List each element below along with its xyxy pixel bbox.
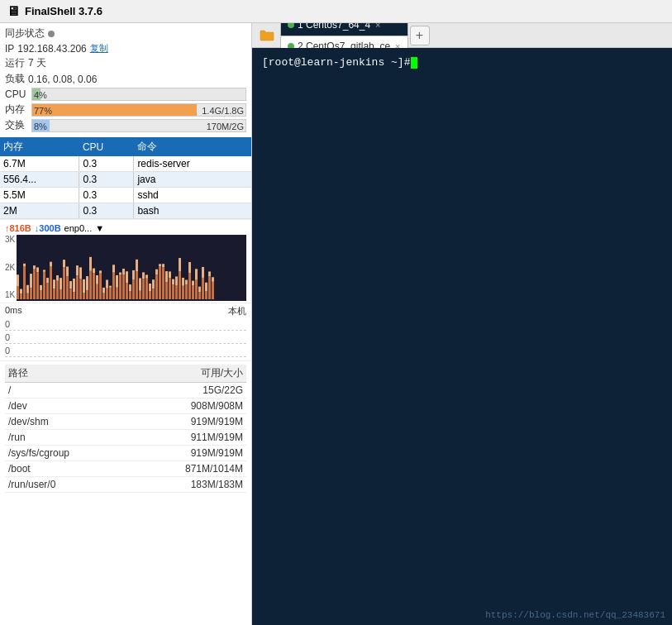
process-table-header: 内存 CPU 命令 [0,137,251,156]
proc-cpu: 0.3 [79,172,134,188]
proc-cmd: sshd [134,188,251,203]
disk-table-header: 路径 可用/大小 [5,365,246,383]
svg-rect-4 [23,266,26,299]
network-header: ↑816B ↓300B enp0... ▼ [5,223,246,233]
disk-path: /run [5,430,129,446]
svg-rect-119 [212,277,214,282]
svg-rect-37 [76,265,79,275]
disk-avail: 919M/919M [129,414,246,430]
proc-cmd: redis-server [134,156,251,172]
system-info-section: 同步状态 IP 192.168.43.206 复制 运行 7 天 负载 0.16… [0,23,251,137]
svg-rect-49 [96,275,98,284]
svg-rect-80 [149,291,151,299]
tab-close-button[interactable]: × [375,23,380,30]
net-download: ↓300B [35,223,61,233]
svg-rect-70 [132,279,135,299]
svg-rect-69 [129,284,131,291]
svg-rect-10 [33,270,36,299]
cpu-metric: CPU 4% [5,88,246,101]
svg-rect-1 [17,274,19,286]
dropdown-icon[interactable]: ▼ [95,223,104,233]
svg-rect-29 [63,260,65,267]
svg-rect-13 [36,267,39,272]
svg-rect-62 [119,275,122,299]
disk-path: /run/user/0 [5,477,129,493]
svg-rect-72 [136,271,138,299]
svg-rect-30 [66,276,69,299]
uptime-row: 运行 7 天 [5,56,246,70]
svg-rect-7 [26,285,29,293]
svg-rect-53 [102,288,105,293]
latency-value: 0ms [5,305,22,317]
svg-rect-116 [208,276,211,299]
mem-label: 内存 [5,103,28,117]
svg-rect-55 [106,280,108,289]
svg-rect-88 [162,267,164,299]
svg-rect-61 [116,275,118,288]
proc-cmd: java [134,172,251,188]
tab-label: 1 Centos7_64_4 [298,23,370,31]
folder-icon-button[interactable] [255,25,279,46]
tab-1[interactable]: 1 Centos7_64_4 × [280,23,408,36]
copy-button[interactable]: 复制 [90,42,108,55]
svg-rect-31 [66,266,69,276]
svg-rect-100 [182,286,184,299]
app-title: FinalShell 3.7.6 [25,5,102,17]
svg-rect-22 [53,289,55,299]
svg-rect-57 [109,286,112,288]
right-panel: 1 Centos7_64_4 × 2 CentOs7_gitlab_ce × +… [252,23,672,625]
add-tab-button[interactable]: + [410,26,430,45]
svg-rect-111 [198,287,201,293]
proc-mem: 6.7M [0,156,79,172]
svg-rect-33 [69,281,72,289]
uptime-value: 7 天 [28,56,46,70]
svg-rect-60 [116,288,118,299]
svg-rect-67 [126,271,128,283]
left-panel: 同步状态 IP 192.168.43.206 复制 运行 7 天 负载 0.16… [0,23,252,625]
latency-line-3: 0 [5,346,246,357]
process-row: 556.4... 0.3 java [0,172,251,188]
terminal-content[interactable]: [root@learn-jenkins ~]# https://blog.csd… [252,48,672,625]
disk-avail: 183M/183M [129,477,246,493]
chart-container: 3K 2K 1K [5,235,246,301]
swap-label: 交换 [5,118,28,132]
disk-avail: 871M/1014M [129,461,246,477]
disk-section: 路径 可用/大小 / 15G/22G /dev 908M/908M /dev/s… [0,360,251,625]
disk-table: 路径 可用/大小 / 15G/22G /dev 908M/908M /dev/s… [5,365,246,493]
svg-rect-118 [212,282,214,299]
disk-row: /run/user/0 183M/183M [5,477,246,493]
latency-section: 0ms 本机 0 0 0 [0,303,251,360]
svg-rect-63 [119,273,122,275]
svg-rect-97 [175,276,178,285]
net-upload: ↑816B [5,223,31,233]
svg-rect-34 [73,292,75,299]
svg-rect-35 [73,279,75,292]
disk-path: /boot [5,461,129,477]
svg-rect-39 [79,267,82,279]
svg-rect-2 [20,293,22,299]
latency-header: 0ms 本机 [5,305,246,317]
cpu-label: CPU [5,88,28,100]
tab-bar: 1 Centos7_64_4 × 2 CentOs7_gitlab_ce × + [252,23,672,48]
svg-rect-36 [76,275,79,299]
chart-y-1k: 1K [5,290,15,299]
terminal-prompt: [root@learn-jenkins ~]# [262,56,662,69]
svg-rect-15 [40,285,42,291]
svg-rect-93 [169,271,171,278]
svg-rect-38 [79,279,82,299]
proc-cpu: 0.3 [79,188,134,203]
svg-rect-76 [142,279,145,299]
svg-rect-66 [126,283,128,299]
svg-rect-44 [89,271,92,299]
chart-y-axis: 3K 2K 1K [5,235,15,301]
svg-rect-68 [129,291,131,299]
svg-rect-79 [145,274,148,278]
swap-detail: 170M/2G [207,120,244,132]
disk-path: /sys/fs/cgroup [5,446,129,461]
svg-rect-32 [69,289,72,299]
proc-cmd: bash [134,203,251,219]
disk-table-body: / 15G/22G /dev 908M/908M /dev/shm 919M/9… [5,383,246,493]
svg-rect-20 [50,267,52,299]
process-table-section: 内存 CPU 命令 6.7M 0.3 redis-server 556.4...… [0,137,251,219]
svg-rect-71 [132,270,135,279]
